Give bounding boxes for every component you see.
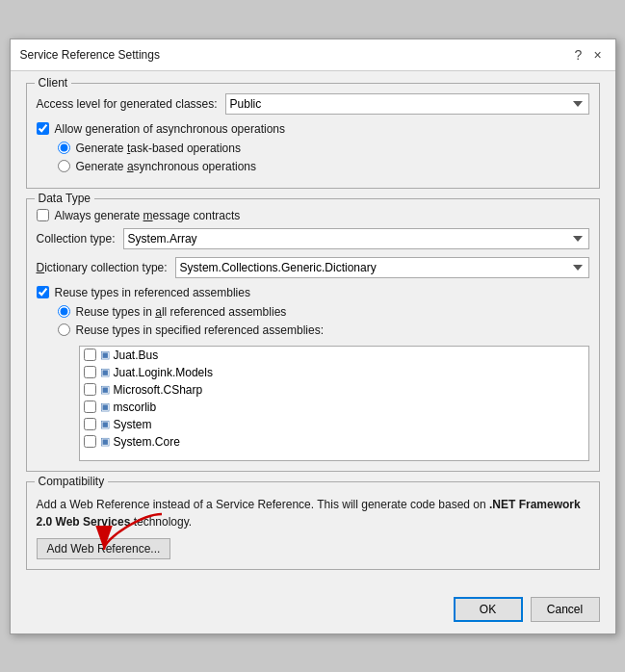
always-message-row: Always generate message contracts [37,209,589,222]
reuse-types-checkbox[interactable] [37,286,49,298]
assembly-icon-system: ▣ [100,418,110,430]
cancel-button[interactable]: Cancel [531,597,600,622]
assembly-item: ▣ System.Core [80,433,588,451]
reuse-radio-group: Reuse types in all referenced assemblies… [58,305,589,461]
always-message-checkbox[interactable] [37,209,49,221]
assembly-icon-extra: ▣ [100,435,110,448]
always-message-label[interactable]: Always generate message contracts [55,209,241,222]
assembly-name-extra: System.Core [114,435,180,449]
client-section-label: Client [35,76,72,90]
add-web-ref-container: Add Web Reference... [37,538,171,559]
assembly-item: ▣ Juat.Bus [80,347,588,364]
compat-bold-text: .NET Framework 2.0 Web Services [37,498,581,529]
assembly-name-system: System [114,418,152,431]
service-reference-settings-dialog: Service Reference Settings ? × Client Ac… [10,39,616,634]
reuse-types-label[interactable]: Reuse types in referenced assemblies [55,286,250,299]
access-level-row: Access level for generated classes: Publ… [37,93,589,115]
dict-collection-row: Dictionary collection type: System.Colle… [37,257,589,278]
title-bar: Service Reference Settings ? × [11,39,615,71]
assembly-item: ▣ Juat.Logink.Models [80,364,588,381]
data-type-section-label: Data Type [35,192,94,205]
reuse-specified-label[interactable]: Reuse types in specified referenced asse… [76,323,324,337]
collection-type-label: Collection type: [37,232,116,246]
task-based-radio[interactable] [58,142,70,154]
reuse-specified-row: Reuse types in specified referenced asse… [58,323,589,337]
collection-type-select[interactable]: System.Array System.Collections.Generic.… [123,228,589,249]
dialog-body: Client Access level for generated classe… [11,71,615,591]
assembly-icon-juat-logink: ▣ [100,366,110,378]
client-section-content: Access level for generated classes: Publ… [37,93,589,173]
data-type-section: Data Type Always generate message contra… [26,198,600,472]
async-radio-group: Generate task-based operations Generate … [58,142,589,173]
title-controls: ? × [571,47,606,63]
dialog-footer: OK Cancel [11,591,615,633]
add-web-reference-button[interactable]: Add Web Reference... [37,538,171,559]
data-type-section-content: Always generate message contracts Collec… [37,209,589,461]
assembly-item: ▣ System [80,416,588,433]
compatibility-section: Compatibility Add a Web Reference instea… [26,481,600,570]
async-ops-radio[interactable] [58,160,70,172]
reuse-all-radio[interactable] [58,305,70,318]
reuse-specified-radio[interactable] [58,323,70,336]
reuse-all-row: Reuse types in all referenced assemblies [58,305,589,319]
assembly-checkbox-juat-bus[interactable] [84,349,96,361]
close-button[interactable]: × [590,47,606,63]
compatibility-description: Add a Web Reference instead of a Service… [37,496,589,530]
assembly-checkbox-system[interactable] [84,418,96,430]
dict-collection-label: Dictionary collection type: [37,261,168,274]
assembly-checkbox-extra[interactable] [84,435,96,448]
assembly-name-mscorlib: mscorlib [114,401,157,414]
assembly-list-container: ▣ Juat.Bus ▣ Juat.Logink.Models ▣ [58,342,589,461]
reuse-types-row: Reuse types in referenced assemblies [37,286,589,299]
assembly-list[interactable]: ▣ Juat.Bus ▣ Juat.Logink.Models ▣ [79,346,589,461]
allow-async-row: Allow generation of asynchronous operati… [37,122,589,136]
access-level-select[interactable]: Public Internal [225,93,589,115]
assembly-item: ▣ mscorlib [80,399,588,416]
dict-collection-select[interactable]: System.Collections.Generic.Dictionary [175,257,589,278]
assembly-icon-mscorlib: ▣ [100,401,110,413]
assembly-name-microsoft-csharp: Microsoft.CSharp [114,383,203,397]
help-button[interactable]: ? [571,47,586,63]
task-based-radio-row: Generate task-based operations [58,142,589,155]
allow-async-label[interactable]: Allow generation of asynchronous operati… [55,122,285,136]
reuse-all-label[interactable]: Reuse types in all referenced assemblies [76,305,287,319]
task-based-label[interactable]: Generate task-based operations [76,142,241,155]
client-section: Client Access level for generated classe… [26,83,600,189]
access-level-label: Access level for generated classes: [37,97,218,111]
ok-button[interactable]: OK [454,597,523,622]
assembly-icon-microsoft-csharp: ▣ [100,383,110,396]
compatibility-label: Compatibility [35,475,109,488]
assembly-item: ▣ Microsoft.CSharp [80,381,588,399]
async-ops-label[interactable]: Generate asynchronous operations [76,160,256,173]
collection-type-row: Collection type: System.Array System.Col… [37,228,589,249]
assembly-icon-juat-bus: ▣ [100,349,110,361]
assembly-checkbox-microsoft-csharp[interactable] [84,383,96,396]
async-ops-radio-row: Generate asynchronous operations [58,160,589,173]
assembly-checkbox-juat-logink[interactable] [84,366,96,378]
assembly-name-juat-logink: Juat.Logink.Models [114,366,213,379]
assembly-checkbox-mscorlib[interactable] [84,401,96,413]
allow-async-checkbox[interactable] [37,122,49,135]
assembly-name-juat-bus: Juat.Bus [114,349,159,362]
dialog-title: Service Reference Settings [20,48,160,62]
